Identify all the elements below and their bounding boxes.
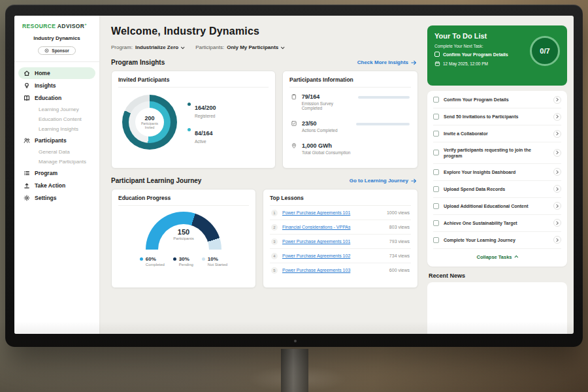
chevron-right-icon[interactable]: [553, 130, 561, 138]
task-label: Complete Your Learning Journey: [444, 237, 549, 243]
task-label: Upload Spend Data Records: [444, 186, 549, 192]
sidebar-item-insights[interactable]: Insights: [18, 80, 95, 91]
check-more-insights-link[interactable]: Check More Insights: [357, 59, 417, 65]
calendar-icon: [434, 61, 440, 67]
main-content: Welcome, Industry Dynamics Program: Indu…: [99, 16, 426, 334]
card-title: Education Progress: [118, 195, 249, 206]
next-task-due: 12 May 2025, 12:00 PM: [443, 61, 488, 66]
take-action-icon: [24, 182, 30, 189]
lesson-link[interactable]: Power Purchase Agreements 101: [282, 239, 350, 244]
task-row[interactable]: Verify participants requesting to join t…: [433, 142, 561, 164]
next-task-checkbox[interactable]: [434, 52, 440, 57]
sidebar-item-participants[interactable]: Participants: [18, 135, 95, 146]
sidebar-item-general-data[interactable]: General Data: [18, 147, 95, 157]
sidebar-item-learning-journey[interactable]: Learning Journey: [18, 105, 95, 114]
stat-value: 79/164: [302, 93, 353, 100]
sidebar-item-education[interactable]: Education: [18, 92, 95, 104]
chevron-right-icon[interactable]: [553, 149, 561, 157]
task-row[interactable]: Confirm Your Program Details: [433, 91, 561, 108]
education-progress-gauge: 150 Participants: [146, 212, 221, 250]
legend-dot: [173, 257, 176, 261]
task-checkbox[interactable]: [433, 186, 439, 192]
legend-value: 10%: [208, 256, 218, 262]
insights-icon: [24, 82, 30, 89]
recent-news-title: Recent News: [429, 272, 566, 279]
sidebar-item-label: Participants: [35, 137, 67, 144]
lesson-rank: 3: [271, 238, 278, 245]
chevron-right-icon[interactable]: [553, 113, 561, 121]
chevron-right-icon[interactable]: [553, 185, 561, 193]
task-checkbox[interactable]: [433, 203, 439, 209]
lesson-link[interactable]: Power Purchase Agreements 103: [282, 268, 350, 272]
lesson-link[interactable]: Power Purchase Agreements 102: [282, 253, 350, 258]
task-row[interactable]: Explore Your Insights Dashboard: [433, 164, 561, 181]
lesson-row: 1 Power Purchase Agreements 101 1000 vie…: [270, 206, 411, 220]
invited-participants-card: Invited Participants 200 Participants In…: [111, 71, 276, 169]
task-checkbox[interactable]: [433, 97, 439, 103]
task-checkbox[interactable]: [433, 131, 439, 137]
task-checkbox[interactable]: [433, 237, 439, 243]
sidebar-item-learning-insights[interactable]: Learning Insights: [18, 124, 95, 134]
sidebar-item-program[interactable]: Program: [18, 167, 95, 179]
program-filter[interactable]: Program: Industrialize Zero: [111, 44, 184, 50]
gauge-center-value: 150: [146, 228, 221, 236]
donut-center-label: Participants Invited: [139, 122, 161, 129]
monitor-stand: [281, 349, 308, 392]
stat-value: 23/50: [302, 120, 338, 127]
chevron-right-icon[interactable]: [553, 202, 561, 210]
task-checkbox[interactable]: [433, 169, 439, 175]
task-label: Invite a Collaborator: [444, 131, 549, 137]
lesson-row: 4 Power Purchase Agreements 102 734 view…: [270, 249, 411, 263]
brand-plus: +: [84, 22, 87, 26]
sidebar-item-education-content[interactable]: Education Content: [18, 114, 95, 124]
task-row[interactable]: Invite a Collaborator: [433, 125, 561, 142]
sidebar-item-label: Learning Insights: [39, 126, 78, 132]
sponsor-label: Sponsor: [52, 48, 69, 53]
go-to-learning-journey-link[interactable]: Go to Learning Journey: [350, 178, 417, 184]
legend-dot: [202, 257, 205, 261]
chevron-right-icon[interactable]: [553, 96, 561, 104]
participants-filter[interactable]: Participants: Only My Participants: [195, 44, 284, 50]
program-filter-label: Program:: [111, 44, 133, 50]
arrow-right-icon: [411, 60, 417, 65]
home-icon: [24, 70, 30, 76]
legend-value: 60%: [146, 256, 156, 262]
dashboard-screen: RESOURCE ADVISOR+ Industry Dynamics Spon…: [14, 16, 574, 334]
program-icon: [24, 170, 30, 176]
chevron-right-icon[interactable]: [553, 219, 561, 227]
sidebar-item-take-action[interactable]: Take Action: [18, 180, 95, 191]
lesson-link[interactable]: Financial Considerations - VPPAs: [282, 225, 351, 229]
arrow-right-icon: [411, 178, 417, 184]
task-row[interactable]: Send 50 Invitations to Participants: [433, 108, 561, 125]
stat-emission-survey: 79/164 Emission Survey Completed: [289, 88, 411, 114]
chevron-right-icon[interactable]: [553, 236, 561, 244]
lesson-link[interactable]: Power Purchase Agreements 101: [282, 210, 350, 215]
link-label: Go to Learning Journey: [350, 178, 408, 184]
actions-progress-bar: [356, 123, 410, 125]
task-row[interactable]: Complete Your Learning Journey: [433, 232, 561, 249]
sidebar-item-label: Settings: [35, 195, 57, 201]
task-label: Send 50 Invitations to Participants: [444, 114, 549, 120]
task-row[interactable]: Upload Spend Data Records: [433, 181, 561, 198]
sidebar-item-label: Manage Participants: [39, 159, 86, 165]
sidebar-item-manage-participants[interactable]: Manage Participants: [18, 157, 95, 167]
card-title: Participants Information: [289, 76, 411, 88]
sidebar-item-settings[interactable]: Settings: [18, 192, 95, 204]
task-row[interactable]: Upload Additional Educational Content: [433, 198, 561, 215]
legend-dot: [188, 103, 191, 106]
sidebar-item-home[interactable]: Home: [18, 67, 95, 79]
lesson-views: 734 views: [389, 253, 410, 258]
task-checkbox[interactable]: [433, 114, 439, 120]
collapse-tasks-button[interactable]: Collapse Tasks: [433, 249, 561, 266]
next-task-label: Confirm Your Program Details: [443, 52, 508, 57]
gauge-center-label: Participants: [146, 237, 221, 240]
legend-label: Active: [195, 139, 213, 144]
task-label: Confirm Your Program Details: [444, 97, 549, 103]
chevron-right-icon[interactable]: [553, 168, 561, 176]
task-label: Achieve One Sustainability Target: [444, 220, 549, 226]
task-row[interactable]: Achieve One Sustainability Target: [433, 215, 561, 232]
task-checkbox[interactable]: [433, 220, 439, 226]
task-checkbox[interactable]: [433, 150, 439, 155]
education-progress-card: Education Progress 150 Participants: [111, 189, 256, 288]
lesson-views: 600 views: [389, 268, 410, 272]
